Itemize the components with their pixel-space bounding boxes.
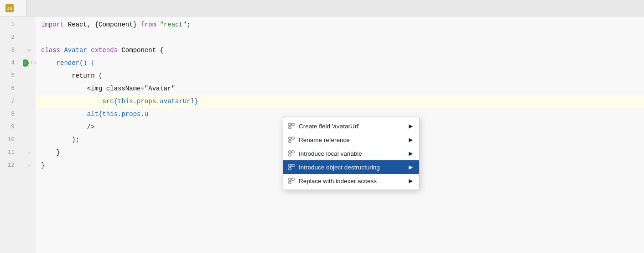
line-number-5: 5: [0, 69, 18, 82]
gutter-icons: ▽ i ↑ ▽ ▷▷: [23, 16, 36, 253]
menu-item-left: Replace with indexer access: [288, 177, 377, 184]
code-token: }: [41, 162, 45, 169]
menu-item-left: Introduce local variable: [288, 150, 362, 157]
gutter-row-9: [23, 121, 36, 133]
code-token: ;: [187, 21, 190, 28]
code-token: }: [41, 149, 60, 156]
line-number-11: 11: [0, 146, 18, 159]
refactor-icon-introduce-local: [288, 150, 295, 157]
code-token: from: [140, 21, 156, 28]
refactor-icon-replace-indexer: [288, 177, 295, 184]
code-line-3: class Avatar extends Component {: [36, 44, 644, 57]
svg-rect-18: [289, 164, 291, 167]
svg-rect-0: [289, 123, 291, 126]
svg-rect-12: [289, 151, 291, 153]
menu-label-introduce-destructuring: Introduce object destructuring: [299, 164, 380, 171]
line-number-9: 9: [0, 121, 18, 133]
code-token: />: [41, 123, 95, 131]
refactor-icon-introduce-destructuring: [288, 163, 295, 171]
tab-avatar-js[interactable]: JS: [0, 0, 27, 16]
svg-rect-24: [289, 178, 291, 180]
line-number-12: 12: [0, 159, 18, 172]
menu-label-rename-reference: Rename reference: [299, 137, 350, 143]
line-number-4: 4: [0, 57, 18, 69]
menu-item-left: Create field 'avatarUrl': [288, 122, 359, 130]
svg-rect-1: [292, 123, 294, 126]
svg-rect-14: [289, 154, 291, 156]
fold-icon[interactable]: ▷: [28, 163, 31, 168]
error-badge[interactable]: i ↑ ▽: [21, 59, 37, 67]
menu-label-introduce-local: Introduce local variable: [299, 150, 362, 157]
up-arrow-icon: ↑: [30, 60, 33, 66]
code-line-1: import React, {Component} from "react";: [36, 18, 644, 31]
svg-rect-26: [289, 181, 291, 184]
tab-bar: JS: [0, 0, 644, 16]
code-line-4: render() {: [36, 57, 644, 69]
context-menu: Create field 'avatarUrl'▶ Rename referen…: [283, 117, 420, 190]
js-file-icon: JS: [5, 4, 14, 12]
code-line-2: [36, 31, 644, 44]
svg-rect-25: [292, 178, 294, 180]
code-token: render() {: [41, 59, 95, 67]
menu-arrow-create-field: ▶: [409, 123, 413, 129]
code-token: return (: [41, 72, 102, 79]
menu-item-left: Rename reference: [288, 136, 350, 143]
code-token: class: [41, 47, 60, 54]
code-line-7: src{this.props.avatarUrl}: [36, 95, 644, 108]
gutter-row-10: [23, 133, 36, 146]
menu-arrow-introduce-destructuring: ▶: [409, 164, 413, 170]
menu-arrow-rename-reference: ▶: [409, 137, 413, 143]
code-line-6: <img className="Avatar": [36, 82, 644, 95]
svg-rect-6: [289, 137, 291, 139]
gutter-row-3: ▽: [23, 44, 36, 57]
gutter-row-11: ▷: [23, 146, 36, 159]
gutter-row-6: [23, 82, 36, 95]
menu-arrow-introduce-local: ▶: [409, 150, 413, 157]
svg-rect-19: [292, 164, 294, 167]
code-token: React, {Component}: [64, 21, 140, 28]
menu-label-replace-indexer: Replace with indexer access: [299, 178, 377, 184]
line-number-7: 7: [0, 95, 18, 108]
editor-area: 123456789101112 ▽ i ↑ ▽ ▷▷ import React,…: [0, 16, 644, 253]
line-number-6: 6: [0, 82, 18, 95]
menu-arrow-replace-indexer: ▶: [409, 178, 413, 184]
fold-icon[interactable]: ▷: [28, 150, 31, 155]
menu-item-replace-indexer[interactable]: Replace with indexer access▶: [283, 174, 419, 188]
svg-rect-2: [289, 126, 291, 129]
menu-item-create-field[interactable]: Create field 'avatarUrl'▶: [283, 119, 419, 133]
code-token: import: [41, 21, 64, 28]
code-token: [156, 21, 160, 28]
svg-rect-20: [289, 168, 291, 170]
menu-item-rename-reference[interactable]: Rename reference▶: [283, 133, 419, 147]
code-token: extends: [91, 47, 118, 54]
menu-item-introduce-local[interactable]: Introduce local variable▶: [283, 147, 419, 160]
code-token: "react": [160, 21, 187, 28]
gutter-row-1: [23, 18, 36, 31]
menu-item-left: Introduce object destructuring: [288, 163, 380, 171]
menu-label-create-field: Create field 'avatarUrl': [299, 123, 359, 130]
line-number-2: 2: [0, 31, 18, 44]
code-token: <img className="Avatar": [41, 85, 175, 92]
gutter-row-4: i ↑ ▽: [23, 57, 36, 69]
code-token: Component {: [118, 47, 164, 54]
gutter-row-8: [23, 108, 36, 121]
refactor-icon-create-field: [288, 122, 295, 130]
svg-rect-8: [289, 140, 291, 142]
line-number-10: 10: [0, 133, 18, 146]
svg-rect-7: [292, 137, 294, 139]
svg-rect-13: [292, 151, 294, 153]
line-number-8: 8: [0, 108, 18, 121]
code-token: src{this.props.avatarUrl}: [41, 98, 198, 105]
gutter-row-7: [23, 95, 36, 108]
code-token: Avatar: [60, 47, 91, 54]
menu-item-introduce-destructuring[interactable]: Introduce object destructuring▶: [283, 160, 419, 174]
gutter-row-5: [23, 69, 36, 82]
line-number-3: 3: [0, 44, 18, 57]
line-number-1: 1: [0, 18, 18, 31]
code-token: alt{this.props.u: [41, 111, 148, 118]
line-number-gutter: 123456789101112: [0, 16, 23, 253]
refactor-icon-rename-reference: [288, 136, 295, 143]
code-token: );: [41, 136, 79, 143]
gutter-row-12: ▷: [23, 159, 36, 172]
fold-icon[interactable]: ▽: [28, 47, 31, 53]
